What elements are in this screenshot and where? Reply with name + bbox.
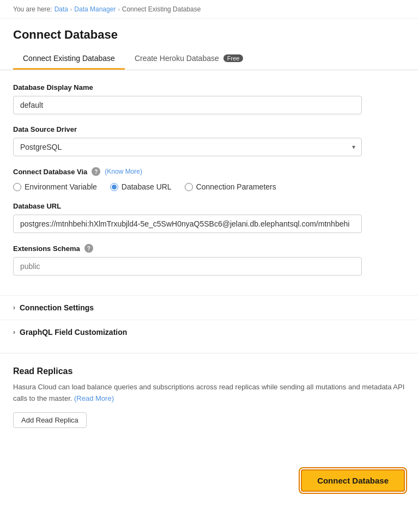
read-replicas-desc-text: Hasura Cloud can load balance queries an… [13,383,404,402]
radio-conn-params[interactable]: Connection Parameters [185,182,276,191]
driver-select[interactable]: PostgreSQL MySQL MSSQL BigQuery [13,138,362,156]
tabs-container: Connect Existing Database Create Heroku … [0,48,418,70]
db-url-label: Database URL [13,202,405,210]
radio-db-url[interactable]: Database URL [110,182,172,191]
radio-db-url-label: Database URL [122,182,172,191]
connect-via-label: Connect Database Via [13,168,87,176]
connect-via-radio-group: Environment Variable Database URL Connec… [13,182,405,191]
read-replicas-title: Read Replicas [13,366,405,376]
connection-settings-header[interactable]: › Connection Settings [13,303,405,312]
connection-settings-section: › Connection Settings [0,295,418,320]
radio-conn-params-label: Connection Parameters [196,182,276,191]
graphql-field-section: › GraphQL Field Customization [0,320,418,344]
radio-db-url-input[interactable] [110,183,118,191]
tab-connect-existing[interactable]: Connect Existing Database [13,48,125,70]
read-replicas-desc: Hasura Cloud can load balance queries an… [13,382,405,405]
graphql-field-chevron: › [13,328,15,336]
extensions-schema-group: Extensions Schema ? [13,244,405,276]
page-title: Connect Database [13,28,405,42]
driver-select-wrapper: PostgreSQL MySQL MSSQL BigQuery ▾ [13,138,362,156]
display-name-group: Database Display Name [13,83,405,114]
breadcrumb-prefix: You are here: [13,5,52,13]
connect-via-row: Connect Database Via ? (Know More) [13,167,405,176]
display-name-label: Database Display Name [13,83,405,91]
breadcrumb-sep-2: › [118,7,119,13]
radio-env-var-input[interactable] [13,183,21,191]
footer-actions: Connect Database [0,458,418,503]
extensions-schema-input[interactable] [13,257,362,276]
connect-via-group: Connect Database Via ? (Know More) Envir… [13,167,405,191]
db-url-input[interactable] [13,215,362,233]
know-more-link[interactable]: (Know More) [105,168,142,175]
radio-env-var-label: Environment Variable [25,182,97,191]
form-section: Database Display Name Data Source Driver… [0,70,418,295]
tab-create-heroku[interactable]: Create Heroku Database Free [125,48,253,70]
tab-heroku-badge: Free [223,54,244,62]
graphql-field-header[interactable]: › GraphQL Field Customization [13,328,405,337]
db-url-group: Database URL [13,202,405,233]
tab-connect-existing-label: Connect Existing Database [23,54,115,63]
breadcrumb-sep-1: › [70,7,72,13]
driver-group: Data Source Driver PostgreSQL MySQL MSSQ… [13,125,405,156]
read-more-link[interactable]: (Read More) [74,394,114,402]
breadcrumb-current: Connect Existing Database [122,5,201,13]
breadcrumb-data-link[interactable]: Data [54,5,68,13]
radio-env-var[interactable]: Environment Variable [13,182,97,191]
driver-label: Data Source Driver [13,125,405,133]
page-header: Connect Database [0,19,418,48]
breadcrumb-datamanager-link[interactable]: Data Manager [74,5,116,13]
connect-via-help-icon[interactable]: ? [92,167,100,176]
tab-create-heroku-label: Create Heroku Database [135,54,219,63]
connection-settings-label: Connection Settings [20,303,94,312]
display-name-input[interactable] [13,96,362,114]
graphql-field-label: GraphQL Field Customization [20,328,127,337]
extensions-schema-label: Extensions Schema [13,244,80,253]
add-read-replica-button[interactable]: Add Read Replica [13,412,87,428]
breadcrumb: You are here: Data › Data Manager › Conn… [0,0,418,19]
read-replicas-section: Read Replicas Hasura Cloud can load bala… [0,353,418,437]
extensions-schema-help-icon[interactable]: ? [84,244,93,253]
radio-conn-params-input[interactable] [185,183,193,191]
connection-settings-chevron: › [13,304,15,311]
connect-database-button[interactable]: Connect Database [301,469,405,492]
